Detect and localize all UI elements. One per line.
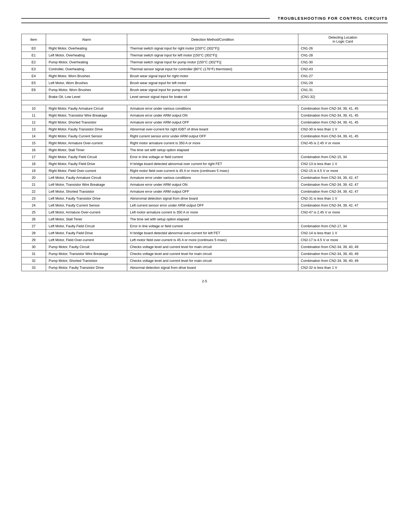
cell-item: 24 [22, 202, 46, 209]
cell-detection: Thermal sensor signal input for controll… [127, 66, 298, 73]
cell-alarm: Left Motor, Shorted Transistor [46, 188, 127, 195]
cell-alarm: Right Motor, Worn Brushes [46, 73, 127, 80]
cell-item: 15 [22, 140, 46, 147]
cell-item: 27 [22, 223, 46, 230]
cell-detection: Armature error under various conditions [127, 105, 298, 112]
cell-detection: Armature error under ARM output OFF [127, 188, 298, 195]
cell-location: Combination from CN2-34, 39, 41, 45 [298, 133, 387, 140]
table-row: E6Pump Motor, Worn BrushesBrush wear sig… [22, 86, 388, 93]
cell-location: CN2-31 is less than 1 V [298, 195, 387, 202]
alarm-table: Item Alarm Detection Method/Condition De… [21, 34, 388, 271]
cell-location: Combination from CN2-34, 39, 40, 49 [298, 250, 387, 257]
table-row: 31Pump Motor, Transistor Wire BreakageCh… [22, 250, 388, 257]
cell-item: 21 [22, 181, 46, 188]
cell-location: Combination from CN2-34, 39, 40, 49 [298, 244, 387, 250]
cell-alarm: Pump Motor, Overheating [46, 59, 127, 66]
cell-alarm: Brake Oil, Low Level [46, 93, 127, 100]
table-row: 10Right Motor, Faulty Armature CircuitAr… [22, 105, 388, 112]
table-row: 33Pump Motor, Faulty Transistor DriveAbn… [22, 264, 388, 271]
cell-location: CN1-31 [298, 86, 387, 93]
cell-location: CN2-30 is less than 1 V [298, 126, 387, 133]
cell-detection: Thermal switch signal input for left mot… [127, 52, 298, 59]
cell-location: Combination from CN2-34, 39, 42, 47 [298, 174, 387, 181]
cell-item: 20 [22, 174, 46, 181]
cell-alarm: Right Motor, Faulty Transistor Drive [46, 126, 127, 133]
cell-location: CN1-29 [298, 80, 387, 86]
cell-detection: Checks voltage level and current level f… [127, 250, 298, 257]
cell-item: 25 [22, 209, 46, 216]
cell-item: 16 [22, 147, 46, 154]
cell-detection: Brush wear signal input for left motor [127, 80, 298, 86]
page: TROUBLESHOOTING FOR CONTROL CIRCUITS Ite… [0, 0, 409, 532]
table-row: E4Right Motor, Worn BrushesBrush wear si… [22, 73, 388, 80]
table-row: 17Right Motor, Faulty Field CircuitError… [22, 154, 388, 160]
table-row: 24Left Motor, Faulty Current SensorLeft … [22, 202, 388, 209]
cell-detection: Left motor field over-current is 45 A or… [127, 237, 298, 244]
cell-detection: Brush wear signal input for pump motor [127, 86, 298, 93]
cell-detection: Abnoromal detection signal from drive bo… [127, 195, 298, 202]
table-row: 23Left Motor, Faulty Transistor DriveAbn… [22, 195, 388, 202]
cell-detection: Armature error under various conditions [127, 174, 298, 181]
cell-detection: Armature error under ARM output ON [127, 112, 298, 119]
col-header-location: Detecting Locationin Logic Card [298, 34, 387, 45]
cell-location: CN2-13 is less than 1 V [298, 160, 387, 167]
page-title: TROUBLESHOOTING FOR CONTROL CIRCUITS [278, 16, 388, 20]
table-row: 22Left Motor, Shorted TransistorArmature… [22, 188, 388, 195]
cell-location: CN2-32 is less than 1 V [298, 264, 387, 271]
cell-alarm: Right Motor, Overheating [46, 45, 127, 52]
cell-detection: The time set with setup option elapsed [127, 147, 298, 154]
table-row: 21Left Motor, Transistor Wire BreakageAr… [22, 181, 388, 188]
cell-location [298, 147, 387, 154]
table-header-row: Item Alarm Detection Method/Condition De… [22, 34, 388, 45]
cell-item: 17 [22, 154, 46, 160]
table-row: E0Right Motor, OverheatingThermal switch… [22, 45, 388, 52]
cell-item: E4 [22, 73, 46, 80]
table-row: 14Right Motor, Faulty Current SensorRigh… [22, 133, 388, 140]
cell-alarm: Left Motor, Armature Over-current [46, 209, 127, 216]
cell-item: 23 [22, 195, 46, 202]
cell-alarm: Pump Motor, Shorted Transistor [46, 257, 127, 264]
cell-detection: Left motor armature current is 350 A or … [127, 209, 298, 216]
cell-detection: Abnormal over-current for right IGBT of … [127, 126, 298, 133]
cell-alarm: Right Motor, Transistor Wire Breakage [46, 112, 127, 119]
cell-alarm: Right Motor, Faulty Field Drive [46, 160, 127, 167]
cell-item: 13 [22, 126, 46, 133]
cell-item: 26 [22, 216, 46, 223]
table-row: 29Left Motor, Field Over-currentLeft mot… [22, 237, 388, 244]
cell-item: 11 [22, 112, 46, 119]
table-row: 15Right Motor, Armature Over-currentRigh… [22, 140, 388, 147]
cell-location: CN2-47 is 2.45 V or more [298, 209, 387, 216]
cell-detection: Abnormal detection signal from drive boa… [127, 264, 298, 271]
table-row: E1Left Motor, OverheatingThermal switch … [22, 52, 388, 59]
cell-alarm: Left Motor, Faulty Armature Circuit [46, 174, 127, 181]
cell-item: E1 [22, 52, 46, 59]
cell-item: 28 [22, 230, 46, 237]
cell-alarm: Left Motor, Field Over-current [46, 237, 127, 244]
table-row: E2Pump Motor, OverheatingThermal switch … [22, 59, 388, 66]
cell-location: CN2-43 [298, 66, 387, 73]
cell-location: CN1-26 [298, 45, 387, 52]
table-row: 32Pump Motor, Shorted TransistorChecks v… [22, 257, 388, 264]
cell-alarm: Pump Motor, Faulty Circuit [46, 244, 127, 250]
cell-location: Combination from CN2-34, 39, 41, 45 [298, 105, 387, 112]
cell-alarm: Left Motor, Faulty Transistor Drive [46, 195, 127, 202]
table-row: E5Left Motor, Worn BrushesBrush wear sig… [22, 80, 388, 86]
cell-detection: Brush wear signal input for right motor [127, 73, 298, 80]
table-row: 30Pump Motor, Faulty CircuitChecks volta… [22, 244, 388, 250]
cell-location: Combination from CN2-34, 39, 42, 47 [298, 181, 387, 188]
cell-location: CN1-27 [298, 73, 387, 80]
cell-location: CN2-45 is 2.45 V or more [298, 140, 387, 147]
table-row: E3Controller, OverheatingThermal sensor … [22, 66, 388, 73]
cell-item: 32 [22, 257, 46, 264]
cell-detection: Thermal switch signal input for right mo… [127, 45, 298, 52]
cell-location: CN2-17 is 4.5 V or more [298, 237, 387, 244]
cell-location: CN2-15 is 4.5 V or more [298, 167, 387, 174]
cell-alarm: Left Motor, Faulty Current Sensor [46, 202, 127, 209]
cell-detection: Left current sensor error under ARM outp… [127, 202, 298, 209]
table-row: 16Right Motor, Stall TimerThe time set w… [22, 147, 388, 154]
cell-alarm: Pump Motor, Worn Brushes [46, 86, 127, 93]
cell-detection: H bridge board detected abnormal over-cu… [127, 230, 298, 237]
table-row: 11Right Motor, Transistor Wire BreakageA… [22, 112, 388, 119]
table-row: Brake Oil, Low LevelLevel sensor signal … [22, 93, 388, 100]
cell-location: (CN1-32) [298, 93, 387, 100]
